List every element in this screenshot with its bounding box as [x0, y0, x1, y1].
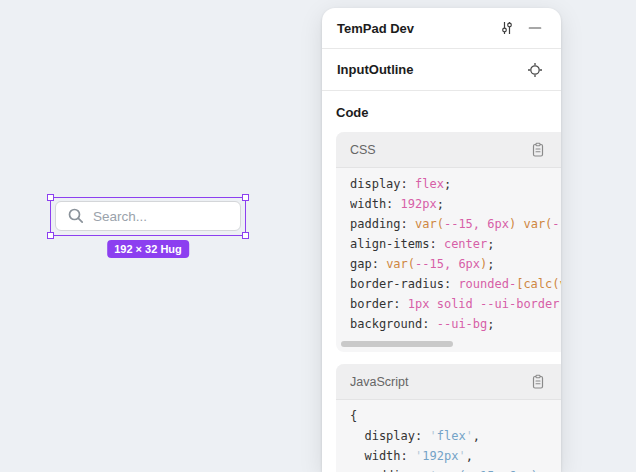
magnifier-icon [67, 207, 85, 225]
component-row: InputOutline [322, 49, 561, 91]
panel-header: TemPad Dev [322, 8, 561, 49]
css-code[interactable]: display: flex;width: 192px;padding: var(… [336, 168, 561, 352]
search-input[interactable]: Search... [55, 201, 241, 231]
locate-icon [527, 62, 543, 78]
code-block-css: CSS display: flex;width: 192px;padding: … [336, 132, 561, 352]
copy-js-button[interactable] [527, 371, 549, 393]
copy-css-button[interactable] [527, 139, 549, 161]
search-placeholder: Search... [93, 209, 147, 224]
selection-handle-se[interactable] [242, 232, 249, 239]
minimize-button[interactable] [524, 17, 546, 39]
scrollbar-thumb[interactable] [341, 341, 453, 347]
component-name: InputOutline [337, 62, 414, 77]
locate-button[interactable] [524, 59, 546, 81]
panel-title: TemPad Dev [337, 21, 414, 36]
css-block-header: CSS [336, 132, 561, 168]
sliders-icon [499, 20, 515, 36]
clipboard-icon [530, 374, 546, 390]
css-horizontal-scrollbar [341, 341, 556, 347]
panel-content: Code CSS display: flex;width: 1 [322, 91, 561, 472]
css-block-label: CSS [350, 143, 376, 157]
js-block-label: JavaScript [350, 375, 408, 389]
selection-handle-nw[interactable] [47, 194, 54, 201]
code-block-javascript: JavaScript { display: 'flex', width: '19… [336, 364, 561, 472]
js-block-header: JavaScript [336, 364, 561, 400]
code-section-title: Code [336, 105, 561, 120]
minus-icon [528, 21, 542, 35]
selection-handle-sw[interactable] [47, 232, 54, 239]
js-code[interactable]: { display: 'flex', width: '192px', paddi… [336, 400, 561, 472]
clipboard-icon [530, 142, 546, 158]
selection-outline: Search... 192 × 32 Hug [51, 198, 245, 235]
tempad-dev-panel: TemPad Dev InputOutline [322, 8, 561, 472]
selection-handle-ne[interactable] [242, 194, 249, 201]
size-badge: 192 × 32 Hug [107, 240, 189, 258]
settings-button[interactable] [496, 17, 518, 39]
